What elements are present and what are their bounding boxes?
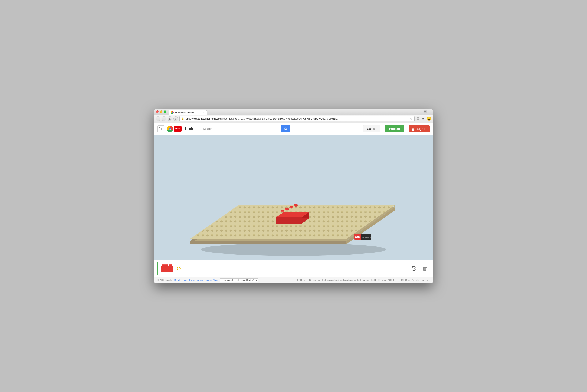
menu-btn[interactable]: ≡ — [421, 116, 425, 121]
home-button[interactable]: ⌂ — [174, 116, 178, 121]
maximize-button[interactable] — [164, 110, 166, 113]
lego-scene-svg: LEGO No. 8325950 — [154, 136, 433, 260]
svg-point-34 — [294, 204, 298, 206]
svg-rect-52 — [161, 272, 173, 272]
history-icon — [411, 266, 417, 272]
svg-point-30 — [290, 206, 293, 208]
close-button[interactable] — [156, 110, 159, 113]
brick-preview-container[interactable] — [160, 262, 174, 275]
svg-rect-2 — [417, 118, 419, 119]
svg-point-7 — [201, 243, 386, 256]
privacy-policy-link[interactable]: Google Privacy Policy — [174, 279, 195, 281]
terms-of-service-link[interactable]: Terms of Service — [196, 279, 212, 281]
search-button[interactable] — [281, 125, 290, 132]
traffic-lights — [156, 110, 166, 113]
bottom-toolbar: ↺ — [154, 260, 433, 277]
share-button[interactable] — [157, 126, 164, 132]
ssl-icon: 🔒 — [181, 118, 184, 120]
url-path: /m/builder#pos=170314x402065&load=ahFzfm… — [222, 118, 338, 120]
chrome-actions: ≡ — [416, 116, 425, 121]
address-bar[interactable]: 🔒 https://www.buildwithchrome.com/m/buil… — [179, 116, 415, 121]
tab-title-text: Build with Chrome — [175, 111, 202, 114]
svg-line-5 — [286, 130, 287, 130]
url-text: https://www.buildwithchrome.com/m/builde… — [185, 118, 338, 120]
svg-point-4 — [284, 128, 286, 130]
google-plus-signin-button[interactable]: g+ Sign in — [409, 126, 430, 132]
url-domain: www.buildwithchrome.com — [192, 118, 222, 120]
browser-nav-bar: ‹ › ↻ ⌂ 🔒 https://www.buildwithchrome.co… — [154, 115, 433, 123]
about-link[interactable]: About — [213, 279, 219, 281]
svg-point-47 — [165, 264, 168, 265]
lego-copyright: LEGO, the LEGO logo and the Brick and kn… — [296, 279, 430, 281]
tab-favicon-inner — [172, 112, 173, 113]
rotate-button[interactable]: ↺ — [175, 264, 183, 273]
svg-rect-0 — [424, 111, 426, 112]
language-select[interactable]: Language: English (United States) — [220, 278, 258, 282]
footer-copyright: © 2013 Google - — [157, 279, 173, 281]
app-header: LEGO build Cancel Publish g+ Sign in — [154, 123, 433, 136]
svg-marker-9 — [190, 241, 346, 244]
logo-group: LEGO — [167, 126, 182, 132]
url-prefix: https:// — [185, 118, 192, 120]
svg-text:No. 8325950: No. 8325950 — [362, 236, 371, 238]
svg-point-50 — [169, 264, 172, 265]
bookmark-icon[interactable]: ☆ — [410, 117, 413, 120]
back-button[interactable]: ‹ — [156, 116, 160, 121]
minimize-button[interactable] — [160, 110, 163, 113]
lego-logo: LEGO — [174, 126, 182, 132]
title-bar: Build with Chrome ✕ — [154, 109, 433, 115]
canvas-area[interactable]: LEGO No. 8325950 — [154, 136, 433, 260]
history-button[interactable] — [409, 264, 419, 273]
svg-point-26 — [285, 208, 289, 210]
tab-favicon — [171, 111, 174, 114]
delete-button[interactable] — [420, 264, 430, 273]
tab-close-icon[interactable]: ✕ — [203, 111, 205, 114]
svg-point-44 — [162, 264, 165, 265]
svg-text:LEGO: LEGO — [355, 236, 361, 238]
cancel-button[interactable]: Cancel — [363, 125, 380, 132]
gplus-icon: g+ — [412, 127, 416, 131]
trash-icon — [422, 266, 428, 272]
extensions-btn[interactable] — [416, 116, 420, 121]
signin-label: Sign in — [417, 127, 426, 130]
app-title: build — [185, 126, 195, 132]
chrome-logo — [167, 126, 173, 132]
app-footer: © 2013 Google - Google Privacy Policy Te… — [154, 277, 433, 283]
publish-button[interactable]: Publish — [385, 126, 405, 132]
brick-selector — [157, 262, 174, 275]
chrome-logo-inner — [169, 128, 171, 130]
mac-window: Build with Chrome ✕ ‹ › ↻ ⌂ 🔒 https://ww… — [154, 109, 433, 283]
forward-button[interactable]: › — [162, 116, 166, 121]
search-group — [201, 125, 290, 132]
tab-bar: Build with Chrome ✕ — [169, 109, 422, 115]
svg-rect-51 — [161, 266, 173, 272]
browser-tab[interactable]: Build with Chrome ✕ — [169, 110, 207, 115]
window-resize-btn[interactable] — [424, 110, 427, 113]
svg-marker-41 — [394, 205, 395, 208]
refresh-button[interactable]: ↻ — [168, 116, 172, 121]
brick-preview-svg — [160, 262, 174, 274]
emoji-icon: 😄 — [427, 116, 431, 121]
search-input[interactable] — [201, 125, 281, 132]
svg-point-22 — [281, 210, 284, 212]
